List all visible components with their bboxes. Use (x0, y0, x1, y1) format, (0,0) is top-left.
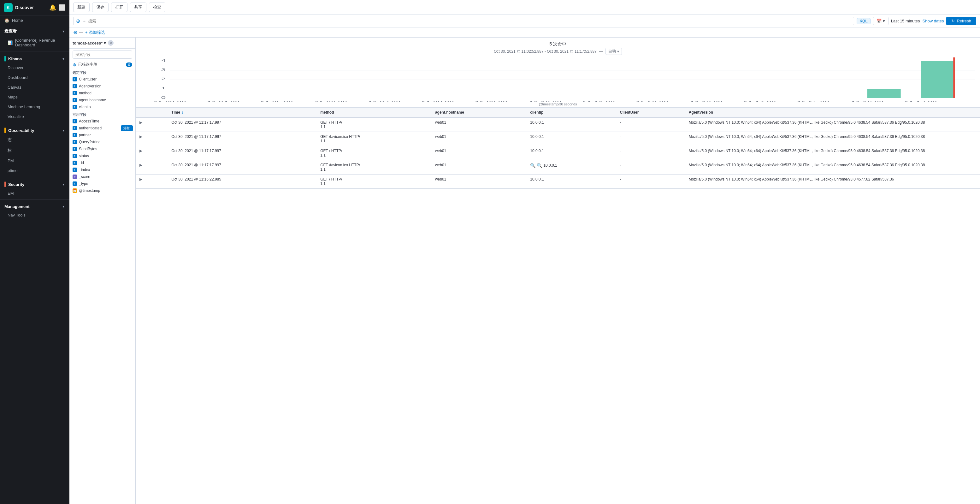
sidebar-item-dashboard[interactable]: Dashboard (3, 73, 69, 82)
field-name-label: SendBytes (79, 147, 97, 151)
selected-field-agent.hostname[interactable]: tagent.hostname (69, 97, 135, 104)
selected-field-clientip[interactable]: tclientip (69, 104, 135, 110)
available-field--type[interactable]: t_type添加 (69, 180, 135, 187)
clientuser-cell: - (616, 160, 685, 174)
agentversion-cell: Mozilla/5.0 (Windows NT 10.0; Win64; x64… (685, 174, 980, 189)
field-name-label: _index (79, 167, 90, 172)
add-filter-button[interactable]: + 添加筛选 (85, 30, 105, 35)
sidebar-obs-item[interactable]: 标 (3, 145, 69, 156)
time-col-header[interactable]: Time ↓ (167, 108, 317, 117)
sidebar-section-observability[interactable]: Observability ▼ (0, 124, 69, 134)
field-add-button[interactable]: 添加 (121, 125, 133, 131)
available-field--score[interactable]: #_score添加 (69, 173, 135, 180)
results-table: Time ↓ method agent.hostname clientip Cl… (136, 108, 980, 504)
auto-interval-select[interactable]: 自动 ▾ (606, 48, 622, 55)
agentversion-cell: Mozilla/5.0 (Windows NT 10.0; Win64; x64… (685, 117, 980, 132)
hostname-cell: web01 (431, 160, 526, 174)
filtered-fields-header: ⊕ 已筛选字段 0 (69, 61, 135, 69)
sidebar-item-machine-learning[interactable]: Machine Learning (3, 102, 69, 112)
field-name-label: status (79, 154, 89, 158)
index-pattern-selector[interactable]: tomcat-access* ▾ (73, 41, 106, 45)
svg-text:4: 4 (161, 59, 166, 63)
field-name-label: _score (79, 174, 90, 179)
field-type-icon: t (73, 84, 77, 88)
chevron-down-icon-mgmt: ▼ (62, 205, 65, 208)
sidebar-section-kibana[interactable]: Kibana ▼ (0, 53, 69, 63)
home-icon: 🏠 (5, 18, 10, 23)
sidebar-section-security[interactable]: Security ▼ (0, 178, 69, 188)
selected-field-agentversion[interactable]: tAgentVersion (69, 83, 135, 89)
available-field-query-string[interactable]: tQuery?string添加 (69, 139, 135, 145)
chevron-down-icon: ▼ (62, 30, 65, 33)
hostname-cell: web01 (431, 146, 526, 160)
open-button[interactable]: 打开 (111, 3, 127, 12)
filter-icon-main: ⊕ (73, 29, 77, 35)
magnify-minus-icon[interactable]: 🔍 (537, 163, 542, 168)
svg-text:11:11:00: 11:11:00 (582, 100, 615, 102)
selected-field-clientuser[interactable]: tClientUser (69, 76, 135, 83)
available-field--index[interactable]: t_index添加 (69, 166, 135, 173)
sidebar-obs-item[interactable]: PM (3, 156, 69, 166)
field-search-input[interactable] (73, 51, 132, 59)
app-title: Discover (15, 5, 34, 10)
save-button[interactable]: 保存 (92, 3, 108, 12)
sidebar-obs-item[interactable]: ptime (3, 166, 69, 175)
magnify-plus-icon[interactable]: 🔍 (530, 163, 535, 168)
calendar-button[interactable]: 📅 ▾ (873, 17, 888, 25)
clientip-cell: 10.0.0.1 (526, 132, 616, 146)
available-field-authenticated[interactable]: tauthenticated添加 (69, 124, 135, 132)
new-button[interactable]: 新建 (73, 3, 90, 12)
expand-button[interactable]: ▶ (140, 134, 142, 139)
search-input[interactable] (88, 19, 851, 23)
bell-icon[interactable]: 🔔 (49, 4, 56, 11)
sidebar-mgmt-item[interactable]: Nav Tools (3, 210, 69, 220)
svg-text:0: 0 (161, 95, 166, 99)
available-field--id[interactable]: t_id添加 (69, 159, 135, 166)
expand-button[interactable]: ▶ (140, 163, 142, 167)
kql-badge[interactable]: KQL (857, 18, 870, 24)
available-field-accesstime[interactable]: tAccessTime添加 (69, 118, 135, 124)
inspect-button[interactable]: 检查 (149, 3, 165, 12)
bar-11-17 (921, 61, 954, 98)
svg-text:11:17:00: 11:17:00 (905, 100, 937, 102)
expand-cell: ▶ (136, 132, 167, 146)
field-type-icon: t (73, 98, 77, 102)
chevron-down-icon-index: ▾ (104, 41, 106, 45)
available-field-status[interactable]: tstatus添加 (69, 152, 135, 159)
table-row: ▶Oct 30, 2021 @ 11:16:22.985GET / HTTP/ … (136, 174, 980, 189)
show-dates-button[interactable]: Show dates (923, 19, 944, 23)
sidebar-sec-item[interactable]: EM (3, 188, 69, 198)
time-cell: Oct 30, 2021 @ 11:17:17.997 (167, 117, 317, 132)
hostname-col-header: agent.hostname (431, 108, 526, 117)
available-field--timestamp[interactable]: 📅@timestamp添加 (69, 187, 135, 194)
refresh-button[interactable]: ↻ Refresh (946, 17, 976, 25)
sidebar-obs-item[interactable]: 志 (3, 134, 69, 145)
clientip-cell: 10.0.0.1 (526, 146, 616, 160)
sidebar-item-home[interactable]: 🏠 Home (0, 16, 69, 25)
expand-button[interactable]: ▶ (140, 120, 142, 124)
sidebar-recent-item[interactable]: 📊 [Commerce] Revenue Dashboard (3, 35, 69, 50)
selected-label: 选定字段 (73, 70, 86, 75)
expand-button[interactable]: ▶ (140, 177, 142, 182)
sidebar-item-visualize[interactable]: Visualize (3, 112, 69, 121)
kibana-icon: K (4, 3, 13, 12)
sidebar-section-management[interactable]: Management ▼ (0, 201, 69, 210)
sidebar-item-discover[interactable]: Discover (3, 63, 69, 73)
selected-field-method[interactable]: tmethod (69, 89, 135, 97)
available-field-partner[interactable]: tpartner添加 (69, 132, 135, 139)
close-index-button[interactable]: ✕ (108, 40, 114, 46)
svg-text:3: 3 (161, 68, 166, 72)
time-cell: Oct 30, 2021 @ 11:17:17.997 (167, 160, 317, 174)
sidebar-item-maps[interactable]: Maps (3, 92, 69, 102)
available-field-sendbytes[interactable]: tSendBytes添加 (69, 145, 135, 152)
expand-icon[interactable]: ⬜ (59, 4, 66, 11)
field-name-label: Query?string (79, 140, 101, 144)
field-type-icon: t (73, 77, 77, 81)
sidebar-section-recent[interactable]: 近查看 ▼ (0, 25, 69, 35)
share-button[interactable]: 共享 (130, 3, 146, 12)
sidebar: K Discover 🔔 ⬜ 🏠 Home 近查看 ▼ 📊 [Commerce]… (0, 0, 69, 504)
field-type-icon: t (73, 147, 77, 151)
sidebar-item-canvas[interactable]: Canvas (3, 82, 69, 92)
expand-button[interactable]: ▶ (140, 148, 142, 153)
svg-text:2: 2 (161, 77, 166, 81)
